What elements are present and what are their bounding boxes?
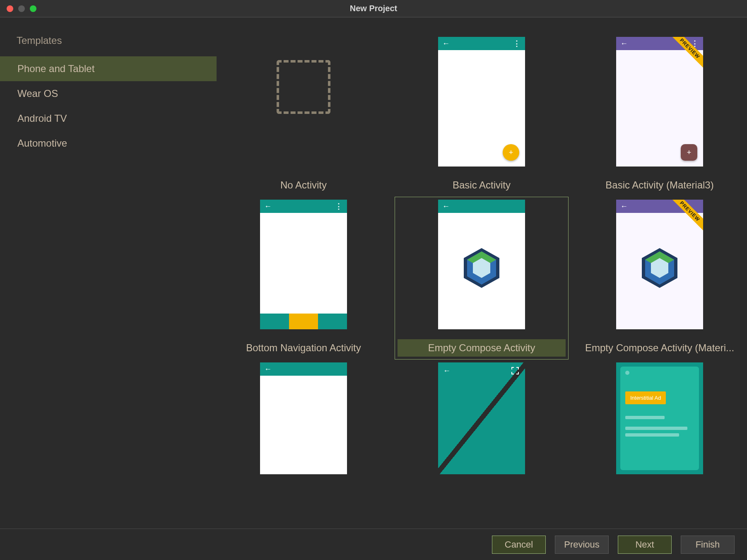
close-window-button[interactable]	[7, 5, 13, 12]
appbar: ←	[438, 200, 525, 213]
fullscreen-icon	[511, 367, 519, 377]
template-label: Empty Compose Activity	[428, 342, 535, 354]
template-thumbnail: ←	[260, 362, 347, 474]
back-arrow-icon: ←	[442, 202, 450, 211]
sidebar-item-label: Wear OS	[17, 88, 58, 99]
titlebar: New Project	[0, 0, 747, 17]
sidebar-item-phone-tablet[interactable]: Phone and Tablet	[0, 56, 217, 81]
sidebar-item-label: Android TV	[17, 113, 67, 124]
fab-plus-icon: +	[503, 144, 519, 161]
placeholder-line	[625, 427, 687, 430]
placeholder-line	[625, 433, 679, 437]
template-label: Basic Activity (Material3)	[605, 179, 713, 191]
template-label: No Activity	[280, 179, 327, 191]
bottom-nav-bar	[260, 314, 347, 329]
template-thumbnail	[260, 37, 347, 167]
template-thumbnail: ← PREVIEW	[616, 200, 703, 329]
template-thumbnail: ← ⋮	[260, 200, 347, 329]
window-title: New Project	[350, 4, 397, 13]
overflow-menu-icon: ⋮	[513, 39, 521, 48]
appbar: ← ⋮	[438, 37, 525, 50]
diagonal-divider-icon	[438, 362, 525, 474]
appbar: ←	[260, 362, 347, 376]
sidebar: Templates Phone and Tablet Wear OS Andro…	[0, 17, 217, 529]
sidebar-item-automotive[interactable]: Automotive	[0, 131, 217, 156]
template-grid-region: No Activity ← ⋮ + Basic Activity	[217, 17, 747, 529]
template-card-basic-activity-m3[interactable]: ← ⋮ PREVIEW + Basic Activity (Material3)	[573, 34, 747, 197]
button-label: Finish	[696, 539, 720, 550]
main-area: Templates Phone and Tablet Wear OS Andro…	[0, 17, 747, 529]
template-grid: No Activity ← ⋮ + Basic Activity	[217, 34, 730, 477]
back-arrow-icon: ←	[620, 39, 628, 48]
sidebar-item-wear-os[interactable]: Wear OS	[0, 81, 217, 106]
template-card-fullscreen-activity[interactable]: ←	[395, 360, 569, 477]
back-arrow-icon: ←	[442, 39, 450, 48]
button-label: Previous	[564, 539, 600, 550]
overflow-menu-icon: ⋮	[335, 202, 343, 211]
template-card-bottom-navigation[interactable]: ← ⋮ Bottom Navigation Activity	[217, 197, 390, 360]
minimize-window-button[interactable]	[18, 5, 25, 12]
zoom-window-button[interactable]	[30, 5, 36, 12]
appbar: ← ⋮	[260, 200, 347, 213]
finish-button[interactable]: Finish	[681, 536, 735, 554]
dot-icon	[625, 371, 629, 375]
template-label: Empty Compose Activity (Materi...	[585, 342, 734, 354]
template-label: Bottom Navigation Activity	[246, 342, 361, 354]
next-button[interactable]: Next	[618, 536, 672, 554]
template-card-empty-activity[interactable]: ←	[217, 360, 390, 477]
button-label: Cancel	[505, 539, 533, 550]
template-card-no-activity[interactable]: No Activity	[217, 34, 390, 197]
sidebar-item-label: Automotive	[17, 138, 67, 149]
sidebar-heading: Templates	[0, 30, 217, 56]
template-thumbnail: ← ⋮ PREVIEW +	[616, 37, 703, 167]
button-label: Next	[635, 539, 654, 550]
window-controls	[0, 5, 36, 12]
placeholder-line	[625, 416, 665, 419]
cancel-button[interactable]: Cancel	[492, 536, 546, 554]
compose-logo-icon	[642, 248, 677, 290]
template-card-empty-compose-m3[interactable]: ← PREVIEW Empty	[573, 197, 747, 360]
dialog-footer: Cancel Previous Next Finish	[0, 529, 747, 560]
template-card-google-admob-ads[interactable]: Interstitial Ad	[573, 360, 747, 477]
template-card-empty-compose[interactable]: ← Empty Compose Activity	[395, 197, 569, 360]
template-label: Basic Activity	[453, 179, 511, 191]
back-arrow-icon: ←	[264, 365, 272, 374]
back-arrow-icon: ←	[264, 202, 272, 211]
template-card-basic-activity[interactable]: ← ⋮ + Basic Activity	[395, 34, 569, 197]
template-thumbnail: ← ⋮ +	[438, 37, 525, 167]
template-thumbnail: ←	[438, 200, 525, 329]
compose-logo-icon	[464, 248, 499, 290]
fab-plus-icon: +	[681, 144, 697, 161]
back-arrow-icon: ←	[443, 367, 451, 375]
dashed-placeholder-icon	[277, 60, 330, 114]
sidebar-item-label: Phone and Tablet	[17, 63, 94, 74]
new-project-dialog: New Project Templates Phone and Tablet W…	[0, 0, 747, 560]
template-thumbnail: Interstitial Ad	[616, 362, 703, 474]
interstitial-ad-chip: Interstitial Ad	[625, 391, 666, 404]
sidebar-item-android-tv[interactable]: Android TV	[0, 106, 217, 131]
previous-button[interactable]: Previous	[555, 536, 609, 554]
template-thumbnail: ←	[438, 362, 525, 474]
back-arrow-icon: ←	[620, 202, 628, 211]
